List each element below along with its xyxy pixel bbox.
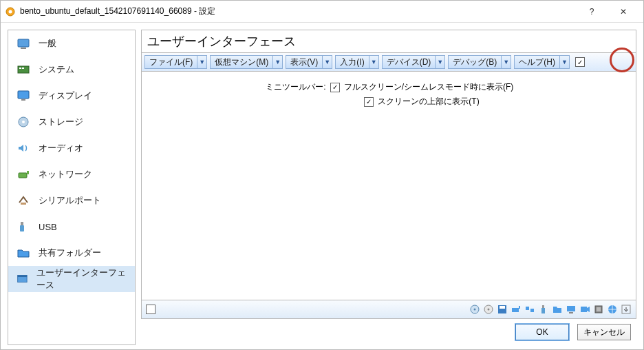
close-button[interactable]: ✕ xyxy=(608,1,639,23)
svg-rect-3 xyxy=(21,48,26,49)
titlebar: bento_ubuntu_default_1542107691140_66089… xyxy=(1,1,643,23)
menu-dropdown-4[interactable]: ▼ xyxy=(436,55,445,69)
sidebar-item-general[interactable]: 一般 xyxy=(8,30,135,56)
status-folder-icon[interactable] xyxy=(552,304,563,315)
menu-5[interactable]: デバッグ(B) xyxy=(448,55,502,69)
options-area: ミニツールバー: ✓ フルスクリーン/シームレスモード時に表示(F) ✓ スクリ… xyxy=(141,72,636,300)
help-button[interactable]: ? xyxy=(576,1,608,23)
status-chip-icon[interactable] xyxy=(593,304,604,315)
status-network2-icon[interactable] xyxy=(524,304,535,315)
svg-rect-34 xyxy=(597,307,601,311)
display-icon xyxy=(17,90,30,102)
svg-rect-32 xyxy=(581,307,587,312)
svg-point-1 xyxy=(9,10,12,13)
sidebar-item-label: ディスプレイ xyxy=(39,90,92,102)
svg-rect-15 xyxy=(20,225,24,231)
svg-point-21 xyxy=(488,309,490,311)
menu-0[interactable]: ファイル(F) xyxy=(144,55,197,69)
svg-rect-13 xyxy=(21,203,26,205)
status-display2-icon[interactable] xyxy=(566,304,577,315)
svg-rect-27 xyxy=(530,309,534,312)
svg-rect-31 xyxy=(569,312,573,313)
svg-rect-5 xyxy=(19,68,21,69)
menu-4[interactable]: デバイス(D) xyxy=(382,55,436,69)
system-icon xyxy=(17,63,30,76)
option-label-1: スクリーンの上部に表示(T) xyxy=(378,96,479,107)
shared-icon xyxy=(17,247,30,259)
menu-dropdown-5[interactable]: ▼ xyxy=(502,55,511,69)
menu-dropdown-2[interactable]: ▼ xyxy=(323,55,332,69)
option-label-0: フルスクリーン/シームレスモード時に表示(F) xyxy=(344,81,514,93)
mini-toolbar-label: ミニツールバー: xyxy=(264,81,326,93)
svg-rect-2 xyxy=(18,39,29,47)
svg-rect-6 xyxy=(22,68,24,69)
sidebar-item-serial[interactable]: シリアルポート xyxy=(8,187,135,214)
svg-rect-29 xyxy=(541,308,545,313)
sidebar-item-label: ストレージ xyxy=(39,116,83,128)
dialog-footer: OK キャンセル xyxy=(141,319,636,345)
status-globe-icon[interactable] xyxy=(607,304,618,315)
sidebar-item-display[interactable]: ディスプレイ xyxy=(8,83,135,109)
sidebar-item-label: 共有フォルダー xyxy=(39,247,101,259)
svg-point-19 xyxy=(474,309,476,311)
option-checkbox-1[interactable]: ✓ xyxy=(364,97,374,107)
cancel-button[interactable]: キャンセル xyxy=(577,324,631,340)
status-video-icon[interactable] xyxy=(579,304,590,315)
settings-sidebar: 一般システムディスプレイストレージオーディオネットワークシリアルポートUSB共有… xyxy=(8,30,136,345)
sidebar-item-storage[interactable]: ストレージ xyxy=(8,109,135,135)
svg-rect-25 xyxy=(519,306,520,309)
svg-rect-30 xyxy=(567,306,575,311)
sidebar-item-system[interactable]: システム xyxy=(8,56,135,83)
sidebar-item-label: 一般 xyxy=(39,37,56,50)
menu-6[interactable]: ヘルプ(H) xyxy=(514,55,560,69)
statusbar-config xyxy=(141,300,636,319)
menu-1[interactable]: 仮想マシン(M) xyxy=(210,55,273,69)
status-hdd-icon[interactable] xyxy=(469,304,480,315)
status-usb-icon[interactable] xyxy=(538,304,549,315)
menu-dropdown-1[interactable]: ▼ xyxy=(273,55,283,69)
sidebar-item-label: シリアルポート xyxy=(39,194,101,207)
status-arrow-icon[interactable] xyxy=(621,304,632,315)
option-checkbox-0[interactable]: ✓ xyxy=(330,83,340,92)
sidebar-item-label: ユーザーインターフェース xyxy=(36,267,127,291)
sidebar-item-shared[interactable]: 共有フォルダー xyxy=(8,240,135,266)
page-title: ユーザーインターフェース xyxy=(141,30,636,52)
svg-point-10 xyxy=(22,121,25,123)
menu-3[interactable]: 入力(I) xyxy=(335,55,369,69)
usb-icon xyxy=(17,220,30,233)
serial-icon xyxy=(17,194,30,207)
sidebar-item-ui[interactable]: ユーザーインターフェース xyxy=(8,266,135,292)
general-icon xyxy=(17,37,30,50)
svg-rect-12 xyxy=(27,171,29,174)
sidebar-item-network[interactable]: ネットワーク xyxy=(8,161,135,187)
svg-rect-8 xyxy=(21,99,25,101)
sidebar-item-usb[interactable]: USB xyxy=(8,214,135,240)
svg-rect-11 xyxy=(19,173,27,178)
menu-dropdown-0[interactable]: ▼ xyxy=(197,55,207,69)
status-network1-icon[interactable] xyxy=(511,304,522,315)
svg-rect-28 xyxy=(542,305,544,308)
menu-dropdown-6[interactable]: ▼ xyxy=(560,55,570,69)
status-disc-icon[interactable] xyxy=(483,304,494,315)
status-save-icon[interactable] xyxy=(497,304,508,315)
svg-rect-17 xyxy=(18,276,27,278)
ok-button[interactable]: OK xyxy=(515,324,569,340)
sidebar-item-audio[interactable]: オーディオ xyxy=(8,135,135,161)
menubar-config: ファイル(F)▼仮想マシン(M)▼表示(V)▼入力(I)▼デバイス(D)▼デバッ… xyxy=(141,52,636,72)
statusbar-show-checkbox[interactable] xyxy=(146,305,155,314)
svg-rect-14 xyxy=(21,222,23,225)
menubar-show-checkbox[interactable]: ✓ xyxy=(575,57,585,67)
sidebar-item-label: USB xyxy=(39,222,57,232)
app-icon xyxy=(5,6,16,17)
svg-rect-24 xyxy=(512,308,519,312)
sidebar-item-label: システム xyxy=(39,63,74,76)
svg-rect-4 xyxy=(18,66,29,73)
svg-rect-23 xyxy=(500,306,505,309)
svg-rect-26 xyxy=(526,307,529,310)
audio-icon xyxy=(17,142,30,154)
sidebar-item-label: オーディオ xyxy=(39,142,83,154)
menu-dropdown-3[interactable]: ▼ xyxy=(369,55,379,69)
window-title: bento_ubuntu_default_1542107691140_66089… xyxy=(20,6,576,17)
ui-icon xyxy=(17,273,28,285)
menu-2[interactable]: 表示(V) xyxy=(286,55,323,69)
